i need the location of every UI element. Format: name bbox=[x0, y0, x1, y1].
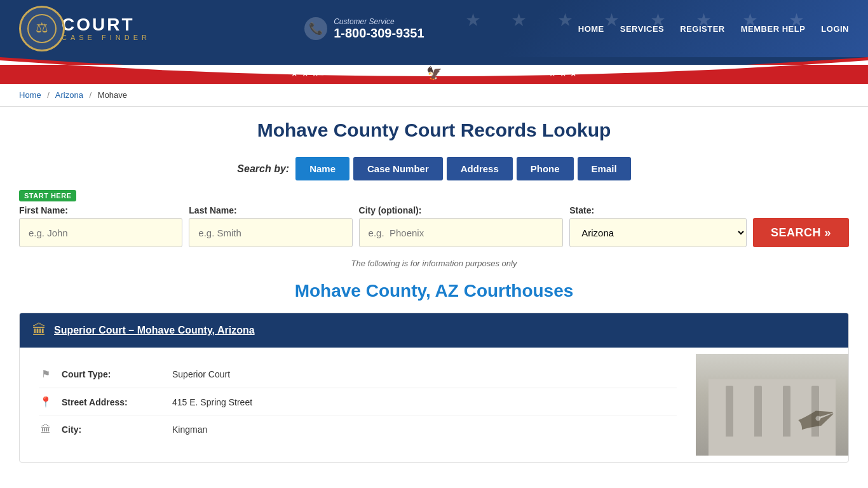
sep1: / bbox=[47, 90, 50, 100]
sep2: / bbox=[90, 90, 92, 100]
ribbon: ★ ★ ★ 🦅 ★ ★ ★ bbox=[0, 57, 868, 84]
state-select[interactable]: Arizona bbox=[569, 218, 747, 247]
start-here-badge: START HERE bbox=[19, 190, 76, 201]
breadcrumb-home[interactable]: Home bbox=[19, 90, 41, 100]
courthouse-card: 🏛 Superior Court – Mohave County, Arizon… bbox=[19, 313, 849, 463]
search-form: First Name: Last Name: City (optional): … bbox=[19, 205, 849, 247]
cs-phone: 1-800-309-9351 bbox=[334, 26, 424, 41]
main-content: Mohave County Court Records Lookup Searc… bbox=[0, 107, 868, 488]
logo-case-finder-text: CASE FINDER bbox=[62, 34, 151, 41]
logo-area: ⚖ COURT CASE FINDER bbox=[19, 6, 151, 51]
site-header: ⚖ COURT CASE FINDER 📞 Customer Service 1… bbox=[0, 0, 868, 57]
breadcrumb-county: Mohave bbox=[98, 90, 127, 100]
nav-register[interactable]: REGISTER bbox=[680, 24, 724, 34]
courthouse-name-link[interactable]: Superior Court – Mohave County, Arizona bbox=[54, 325, 255, 336]
state-label: State: bbox=[569, 205, 747, 215]
courthouse-image: ✒ bbox=[696, 354, 848, 456]
cs-text: Customer Service 1-800-309-9351 bbox=[334, 17, 424, 41]
courthouse-body: ⚑ Court Type: Superior Court 📍 Street Ad… bbox=[20, 348, 848, 462]
info-note: The following is for information purpose… bbox=[19, 259, 849, 268]
courthouses-title: Mohave County, AZ Courthouses bbox=[19, 281, 849, 301]
tab-address[interactable]: Address bbox=[447, 157, 513, 180]
search-button[interactable]: SEARCH » bbox=[753, 218, 849, 247]
city-label-dt: City: bbox=[62, 424, 163, 435]
svg-text:★ ★ ★: ★ ★ ★ bbox=[290, 69, 320, 78]
column-1 bbox=[726, 386, 733, 437]
court-type-label: Court Type: bbox=[62, 369, 163, 379]
street-label: Street Address: bbox=[62, 397, 163, 407]
tab-phone[interactable]: Phone bbox=[517, 157, 574, 180]
courthouse-details: ⚑ Court Type: Superior Court 📍 Street Ad… bbox=[20, 354, 696, 456]
nav-home[interactable]: HOME bbox=[578, 24, 604, 34]
customer-service: 📞 Customer Service 1-800-309-9351 bbox=[304, 17, 424, 41]
state-group: State: Arizona bbox=[569, 205, 747, 247]
last-name-input[interactable] bbox=[189, 218, 352, 247]
svg-text:★ ★ ★: ★ ★ ★ bbox=[548, 69, 578, 78]
breadcrumb: Home / Arizona / Mohave bbox=[0, 84, 868, 107]
phone-icon: 📞 bbox=[304, 17, 327, 40]
svg-text:⚖: ⚖ bbox=[36, 20, 48, 36]
city-label: City (optional): bbox=[359, 205, 564, 215]
nav-login[interactable]: LOGIN bbox=[821, 24, 849, 34]
logo-text-block: COURT CASE FINDER bbox=[62, 16, 151, 41]
court-type-icon: ⚑ bbox=[39, 368, 53, 380]
courthouse-header: 🏛 Superior Court – Mohave County, Arizon… bbox=[20, 313, 848, 348]
logo-court-text: COURT bbox=[62, 16, 151, 34]
column-2 bbox=[754, 386, 762, 437]
first-name-group: First Name: bbox=[19, 205, 182, 247]
nav-member-help[interactable]: MEMBER HELP bbox=[741, 24, 806, 34]
last-name-group: Last Name: bbox=[189, 205, 352, 247]
street-value: 415 E. Spring Street bbox=[172, 397, 252, 407]
courthouse-icon: 🏛 bbox=[32, 322, 46, 339]
city-value: Kingman bbox=[172, 424, 207, 435]
tab-name[interactable]: Name bbox=[295, 157, 349, 180]
detail-street: 📍 Street Address: 415 E. Spring Street bbox=[39, 388, 677, 416]
breadcrumb-state[interactable]: Arizona bbox=[55, 90, 83, 100]
city-icon: 🏛 bbox=[39, 424, 53, 435]
cs-label: Customer Service bbox=[334, 17, 424, 26]
nav-services[interactable]: SERVICES bbox=[620, 24, 665, 34]
detail-city: 🏛 City: Kingman bbox=[39, 416, 677, 443]
svg-text:🦅: 🦅 bbox=[426, 65, 442, 81]
last-name-label: Last Name: bbox=[189, 205, 352, 215]
first-name-input[interactable] bbox=[19, 218, 182, 247]
logo-circle: ⚖ bbox=[19, 6, 65, 51]
main-nav: HOME SERVICES REGISTER MEMBER HELP LOGIN bbox=[578, 24, 849, 34]
column-3 bbox=[783, 386, 790, 437]
tab-email[interactable]: Email bbox=[578, 157, 631, 180]
page-title: Mohave County Court Records Lookup bbox=[19, 119, 849, 141]
courthouse-image-inner: ✒ bbox=[696, 354, 848, 456]
first-name-label: First Name: bbox=[19, 205, 182, 215]
court-type-value: Superior Court bbox=[172, 369, 230, 379]
detail-court-type: ⚑ Court Type: Superior Court bbox=[39, 360, 677, 388]
search-section: Search by: Name Case Number Address Phon… bbox=[19, 157, 849, 268]
city-input[interactable] bbox=[359, 218, 564, 247]
search-by-label: Search by: bbox=[237, 163, 289, 175]
city-group: City (optional): bbox=[359, 205, 564, 247]
tab-case-number[interactable]: Case Number bbox=[353, 157, 443, 180]
search-by-row: Search by: Name Case Number Address Phon… bbox=[19, 157, 849, 180]
street-icon: 📍 bbox=[39, 396, 53, 408]
